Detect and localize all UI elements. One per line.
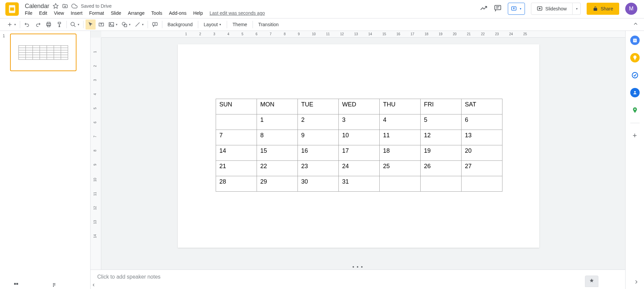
print-button[interactable] [44, 19, 54, 30]
menu-arrange[interactable]: Arrange [128, 10, 145, 16]
share-button[interactable]: Share [587, 3, 619, 15]
comment-tool[interactable] [150, 19, 160, 30]
chevron-left-icon[interactable] [91, 283, 96, 289]
menu-edit[interactable]: Edit [39, 10, 47, 16]
calendar-cell[interactable]: 7 [216, 130, 257, 145]
calendar-cell[interactable]: 30 [298, 176, 339, 192]
textbox-tool[interactable] [96, 19, 106, 30]
hide-side-panel-icon[interactable] [633, 279, 639, 286]
calendar-cell[interactable]: 5 [421, 114, 462, 130]
layout-button[interactable]: Layout▼ [200, 19, 225, 30]
contacts-app-icon[interactable] [630, 88, 640, 97]
maps-app-icon[interactable] [630, 105, 640, 115]
calendar-cell[interactable]: 4 [380, 114, 421, 130]
image-tool[interactable]: ▼ [107, 19, 119, 30]
calendar-cell[interactable]: 9 [298, 130, 339, 145]
comments-icon[interactable] [494, 4, 502, 13]
calendar-cell[interactable]: 26 [421, 161, 462, 176]
undo-button[interactable] [22, 19, 32, 30]
shape-tool[interactable]: ▼ [120, 19, 132, 30]
explore-button[interactable] [585, 276, 598, 287]
move-icon[interactable] [62, 3, 68, 9]
calendar-header-cell[interactable]: THU [380, 99, 421, 114]
menu-format[interactable]: Format [89, 10, 104, 16]
activity-icon[interactable] [480, 4, 488, 13]
calendar-header-cell[interactable]: TUE [298, 99, 339, 114]
transition-button[interactable]: Transition [255, 19, 282, 30]
user-avatar[interactable]: M [625, 3, 637, 15]
tasks-app-icon[interactable] [630, 70, 640, 80]
paint-format-button[interactable] [54, 19, 64, 30]
calendar-header-cell[interactable]: FRI [421, 99, 462, 114]
theme-button[interactable]: Theme [229, 19, 251, 30]
calendar-cell[interactable]: 31 [339, 176, 380, 192]
calendar-cell[interactable]: 15 [257, 145, 298, 161]
calendar-cell[interactable]: 23 [298, 161, 339, 176]
slides-logo[interactable] [5, 2, 19, 16]
select-tool[interactable] [86, 19, 96, 30]
calendar-cell[interactable]: 2 [298, 114, 339, 130]
vertical-ruler[interactable]: 1234567891011121314 [91, 38, 101, 289]
menu-addons[interactable]: Add-ons [169, 10, 186, 16]
menu-tools[interactable]: Tools [151, 10, 162, 16]
calendar-cell[interactable]: 24 [339, 161, 380, 176]
slideshow-button[interactable]: Slideshow [531, 3, 573, 15]
slide-canvas[interactable]: SUNMONTUEWEDTHUFRISAT1234567891011121314… [178, 44, 539, 248]
calendar-table[interactable]: SUNMONTUEWEDTHUFRISAT1234567891011121314… [216, 99, 502, 192]
last-edit-link[interactable]: Last edit was seconds ago [210, 10, 265, 16]
calendar-cell[interactable]: 12 [421, 130, 462, 145]
notes-drag-handle[interactable]: ● ● ● [352, 265, 364, 269]
calendar-cell[interactable]: 27 [462, 161, 502, 176]
horizontal-ruler[interactable]: 1234567891011121314151617181920212223242… [101, 31, 625, 38]
calendar-cell[interactable]: 22 [257, 161, 298, 176]
redo-button[interactable] [33, 19, 43, 30]
calendar-cell[interactable] [380, 176, 421, 192]
add-addon-button[interactable]: + [633, 131, 637, 140]
calendar-cell[interactable]: 1 [257, 114, 298, 130]
calendar-cell[interactable]: 13 [462, 130, 502, 145]
star-icon[interactable] [53, 3, 59, 9]
calendar-cell[interactable]: 18 [380, 145, 421, 161]
calendar-header-cell[interactable]: SAT [462, 99, 502, 114]
calendar-cell[interactable]: 21 [216, 161, 257, 176]
calendar-header-cell[interactable]: WED [339, 99, 380, 114]
calendar-cell[interactable]: 8 [257, 130, 298, 145]
calendar-header-cell[interactable]: SUN [216, 99, 257, 114]
menu-help[interactable]: Help [193, 10, 203, 16]
calendar-cell[interactable]: 11 [380, 130, 421, 145]
background-button[interactable]: Background [164, 19, 196, 30]
slideshow-dropdown[interactable]: ▼ [573, 3, 581, 15]
calendar-cell[interactable]: 28 [216, 176, 257, 192]
calendar-cell[interactable]: 17 [339, 145, 380, 161]
calendar-cell[interactable]: 25 [380, 161, 421, 176]
speaker-notes[interactable]: Click to add speaker notes [91, 270, 625, 289]
collapse-toolbar-icon[interactable] [633, 21, 639, 28]
keep-app-icon[interactable] [630, 53, 640, 62]
calendar-cell[interactable] [462, 176, 502, 192]
filmstrip-view-icon[interactable] [52, 282, 58, 289]
calendar-cell[interactable]: 6 [462, 114, 502, 130]
slide-thumbnail-1[interactable] [10, 34, 76, 71]
calendar-cell[interactable]: 14 [216, 145, 257, 161]
grid-view-icon[interactable] [13, 282, 19, 289]
line-tool[interactable]: ▼ [133, 19, 146, 30]
new-slide-button[interactable]: ▼ [5, 19, 18, 30]
menu-insert[interactable]: Insert [71, 10, 83, 16]
present-button[interactable]: ▼ [508, 3, 525, 15]
zoom-button[interactable]: ▼ [69, 19, 81, 30]
calendar-cell[interactable]: 16 [298, 145, 339, 161]
calendar-cell[interactable]: 3 [339, 114, 380, 130]
calendar-header-cell[interactable]: MON [257, 99, 298, 114]
document-title[interactable]: Calendar [25, 3, 49, 10]
calendar-cell[interactable] [216, 114, 257, 130]
calendar-app-icon[interactable]: 31 [630, 36, 640, 45]
calendar-cell[interactable]: 19 [421, 145, 462, 161]
calendar-cell[interactable]: 20 [462, 145, 502, 161]
menu-slide[interactable]: Slide [111, 10, 121, 16]
cloud-icon[interactable] [71, 3, 77, 9]
calendar-cell[interactable]: 29 [257, 176, 298, 192]
calendar-cell[interactable]: 10 [339, 130, 380, 145]
calendar-cell[interactable] [421, 176, 462, 192]
menu-file[interactable]: File [25, 10, 33, 16]
menu-view[interactable]: View [54, 10, 64, 16]
